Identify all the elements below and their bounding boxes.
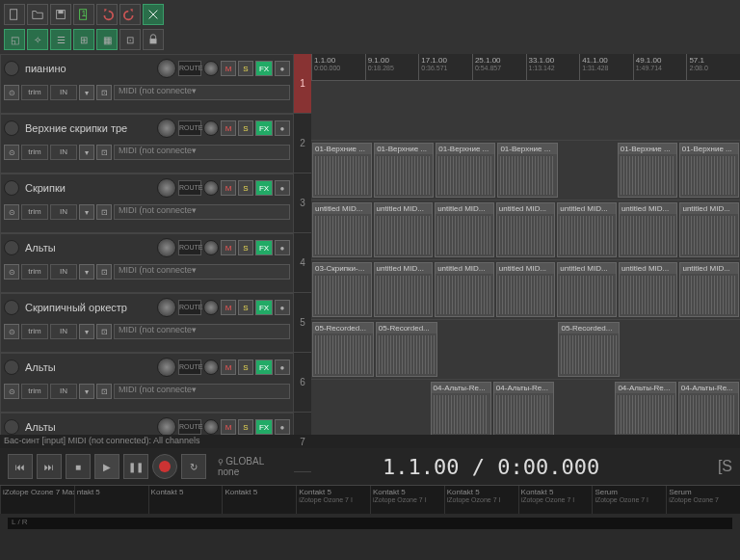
midi-clip[interactable]: untitled MID... [435, 262, 494, 317]
midi-input-select[interactable]: MIDI (not connecte▾ [114, 324, 290, 339]
midi-input-select[interactable]: MIDI (not connecte▾ [114, 145, 290, 160]
route-btn[interactable]: ROUTE [178, 61, 201, 76]
tool-2[interactable]: ✧ [27, 29, 48, 50]
in-btn[interactable]: IN [50, 384, 77, 399]
midi-clip[interactable]: 01-Верхние ... [497, 143, 557, 198]
mixer-slot[interactable]: iZotope Ozone 7 Maximizer [0, 486, 74, 514]
midi-input-select[interactable]: MIDI (not connecte▾ [114, 85, 290, 100]
rec-arm-btn[interactable] [4, 61, 19, 76]
track-number[interactable]: 5 [294, 293, 311, 353]
track[interactable]: Скрипки ROUTE M S FX ● ⊙ trim IN ▾ ⊡ MID… [0, 173, 294, 233]
route-btn[interactable]: ROUTE [178, 240, 201, 255]
go-start-btn[interactable]: ⏮ [8, 454, 33, 479]
in-btn[interactable]: IN [50, 324, 77, 339]
solo-btn[interactable]: S [238, 180, 253, 196]
env-btn[interactable]: ● [275, 180, 290, 196]
open-btn[interactable] [27, 4, 48, 25]
track-lane[interactable]: untitled MID...untitled MID...untitled M… [311, 200, 740, 260]
input-menu[interactable]: ▾ [79, 324, 94, 339]
group-btn[interactable]: ⊡ [119, 29, 141, 50]
track-lane[interactable]: 01-Верхние ...01-Верхние ...01-Верхние .… [311, 141, 740, 200]
fx-btn[interactable]: FX [255, 300, 273, 315]
volume-knob[interactable] [157, 298, 176, 317]
arrange-view[interactable]: 1.1.000:00.0009.1.000:18.28517.1.000:36.… [311, 54, 740, 435]
route-btn[interactable]: ROUTE [178, 180, 201, 196]
pan-knob[interactable] [203, 61, 219, 76]
midi-clip[interactable]: 04-Альты-Re... [431, 382, 491, 435]
midi-clip[interactable]: 01-Верхние ... [312, 143, 372, 198]
rec-arm-btn[interactable] [4, 180, 19, 196]
midi-clip[interactable]: 03-Скрипки-... [312, 262, 372, 317]
track-name[interactable]: Скрипичный оркестр [21, 302, 155, 313]
midi-clip[interactable]: untitled MID... [374, 262, 434, 317]
track[interactable]: пианино ROUTE M S FX ● ⊙ trim IN ▾ ⊡ MID… [0, 54, 294, 114]
midi-clip[interactable]: untitled MID... [374, 202, 434, 257]
time-display[interactable]: 1.1.00 / 0:00.000 [268, 455, 714, 479]
rec-mode-btn[interactable]: ⊡ [96, 324, 112, 339]
rec-mode-btn[interactable]: ⊡ [96, 384, 112, 399]
in-btn[interactable]: IN [50, 85, 77, 100]
midi-clip[interactable]: 05-Recorded... [312, 322, 374, 377]
fx-btn[interactable]: FX [255, 180, 273, 196]
route-btn[interactable]: ROUTE [178, 120, 201, 136]
ruler-tick[interactable]: 57.12:08.0 [686, 54, 740, 80]
input-menu[interactable]: ▾ [79, 384, 94, 399]
input-menu[interactable]: ▾ [79, 85, 94, 100]
track-lane[interactable]: 03-Скрипки-...untitled MID...untitled MI… [311, 260, 740, 320]
record-btn[interactable] [152, 454, 177, 479]
solo-btn[interactable]: S [238, 300, 253, 315]
input-menu[interactable]: ▾ [79, 264, 94, 280]
midi-clip[interactable]: untitled MID... [435, 202, 494, 257]
track[interactable]: Альты ROUTE M S FX ● ⊙ trim IN ▾ ⊡ MIDI … [0, 353, 294, 413]
track-lane[interactable]: 04-Альты-Re...04-Альты-Re...04-Альты-Re.… [311, 380, 740, 435]
loop-btn[interactable]: ↻ [181, 454, 206, 479]
arrange-btn[interactable] [143, 4, 164, 25]
in-btn[interactable]: IN [50, 204, 77, 220]
trim-btn[interactable]: trim [21, 85, 48, 100]
mixer-slot[interactable]: Kontakt 5iZotope Ozone 7 I [518, 486, 593, 514]
mixer-slot[interactable]: SerumiZotope Ozone 7 I [592, 486, 666, 514]
ruler-tick[interactable]: 33.1.001:13.142 [526, 54, 580, 80]
track-name[interactable]: Альты [21, 242, 155, 253]
midi-clip[interactable]: 01-Верхние ... [374, 143, 434, 198]
rec-mode-btn[interactable]: ⊡ [96, 264, 112, 280]
stop-btn[interactable]: ■ [66, 454, 91, 479]
track-number[interactable]: 6 [294, 353, 311, 413]
new-btn[interactable] [4, 4, 25, 25]
ruler-tick[interactable]: 9.1.000:18.285 [365, 54, 419, 80]
tool-4[interactable]: ⊞ [73, 29, 94, 50]
rec-mode-btn[interactable]: ⊡ [96, 145, 112, 160]
midi-clip[interactable]: untitled MID... [557, 262, 617, 317]
go-end-btn[interactable]: ⏭ [37, 454, 62, 479]
track-number[interactable]: 1 [294, 54, 311, 114]
rec-arm-btn[interactable] [4, 300, 19, 315]
pan-knob[interactable] [203, 300, 219, 315]
midi-clip[interactable]: untitled MID... [679, 202, 739, 257]
automation-mode[interactable]: ⚲ GLOBALnone [218, 456, 264, 477]
solo-btn[interactable]: S [238, 360, 253, 375]
track[interactable]: Верхние скрипки тре ROUTE M S FX ● ⊙ tri… [0, 114, 294, 173]
trim-btn[interactable]: trim [21, 324, 48, 339]
midi-clip[interactable]: untitled MID... [619, 262, 678, 317]
monitor-btn[interactable]: ⊙ [4, 204, 19, 220]
volume-knob[interactable] [157, 238, 176, 257]
midi-clip[interactable]: 01-Верхние ... [436, 143, 495, 198]
trim-btn[interactable]: trim [21, 384, 48, 399]
fx-btn[interactable]: FX [255, 360, 273, 375]
track-lane[interactable] [311, 81, 740, 141]
env-btn[interactable]: ● [275, 300, 290, 315]
midi-clip[interactable]: 01-Верхние ... [679, 143, 739, 198]
midi-clip[interactable]: 04-Альты-Re... [493, 382, 554, 435]
mixer-slot[interactable]: Kontakt 5iZotope Ozone 7 I [296, 486, 370, 514]
lock-btn[interactable] [143, 29, 164, 50]
monitor-btn[interactable]: ⊙ [4, 85, 19, 100]
mute-btn[interactable]: M [221, 300, 236, 315]
redo-btn[interactable] [119, 4, 141, 25]
midi-input-select[interactable]: MIDI (not connecte▾ [114, 384, 290, 399]
track[interactable]: Альты ROUTE M S FX ● ⊙ trim IN ▾ ⊡ MIDI … [0, 413, 294, 435]
mixer-slot[interactable]: Kontakt 5 [148, 486, 223, 514]
trim-btn[interactable]: trim [21, 145, 48, 160]
mute-btn[interactable]: M [221, 419, 236, 435]
monitor-btn[interactable]: ⊙ [4, 145, 19, 160]
env-btn[interactable]: ● [275, 61, 290, 76]
